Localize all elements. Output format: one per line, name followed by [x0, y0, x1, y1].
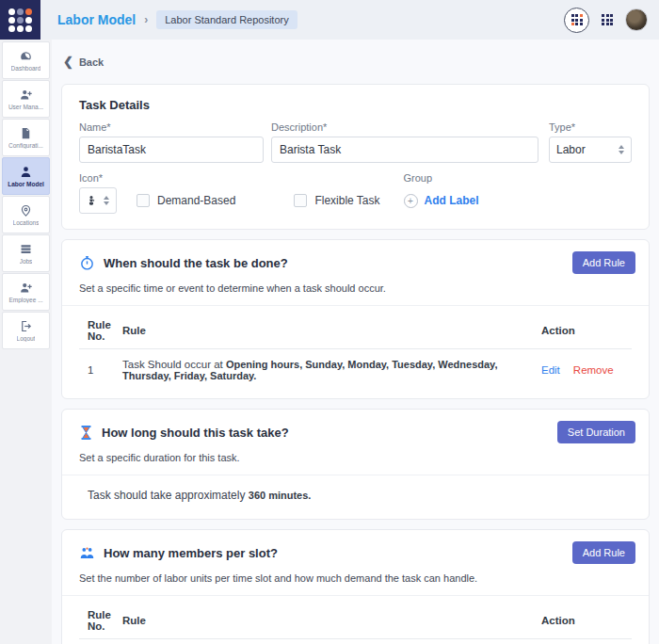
user-avatar[interactable] [625, 8, 648, 31]
type-label: Type* [549, 121, 632, 133]
stepper-icon [104, 196, 109, 205]
sidebar-item-label: Dashboard [11, 65, 41, 72]
user-plus-icon [19, 281, 33, 295]
checkbox-box [137, 194, 150, 207]
sidebar-item-label: Configurati... [8, 142, 43, 149]
icon-label: Icon* [79, 172, 117, 184]
name-input[interactable] [79, 137, 264, 163]
rule-no-cell: 1 [79, 349, 122, 388]
sidebar-item-label: Locations [13, 219, 40, 226]
action-cell: EditRemove [541, 639, 632, 644]
when-section-title: When should the task be done? [104, 256, 288, 270]
sidebar-item-label: Logout [17, 335, 36, 342]
sidebar-item-label: User Mana... [8, 104, 43, 110]
sidebar-item-configuration[interactable]: Configurati... [2, 119, 50, 156]
members-icon [79, 545, 95, 561]
col-header-rule-no: Rule No. [79, 312, 122, 349]
col-header-rule: Rule [122, 312, 541, 349]
group-label: Group [404, 172, 479, 184]
barista-glyph-icon [85, 194, 98, 207]
sidebar-item-user-management[interactable]: User Mana... [2, 80, 50, 118]
chevron-left-icon: ❮ [63, 55, 73, 69]
flexible-task-label: Flexible Task [314, 194, 379, 207]
sidebar-item-label: Jobs [20, 258, 33, 265]
stepper-icon [619, 145, 624, 154]
members-section-subtitle: Set the number of labor units per time s… [62, 564, 649, 595]
description-input[interactable] [271, 137, 538, 163]
table-row: 1 Task Should occur at Opening hours, Su… [79, 349, 632, 388]
sidebar-item-locations[interactable]: Locations [2, 196, 50, 233]
hourglass-icon [79, 425, 93, 441]
members-add-rule-button[interactable]: Add Rule [572, 541, 635, 564]
map-pin-icon [19, 203, 33, 217]
duration-section-subtitle: Set a specific duration for this task. [62, 443, 649, 475]
apps-dots-icon [571, 14, 583, 25]
main-content: ❮ Back Task Details Name* Description* T… [52, 40, 659, 644]
list-icon [19, 242, 33, 256]
sidebar-item-employee[interactable]: Employee ... [2, 273, 50, 311]
members-section-title: How many members per slot? [104, 546, 278, 560]
table-row: 1 Task Requires 2 employees. EditRemove [79, 639, 632, 644]
checkbox-box [294, 194, 307, 207]
chevron-right-icon: › [144, 13, 148, 26]
sidebar-item-label: Labor Model [8, 181, 44, 187]
rule-no-cell: 1 [79, 639, 122, 644]
logout-icon [19, 319, 33, 333]
remove-link[interactable]: Remove [573, 364, 614, 376]
type-select[interactable]: Labor [549, 137, 632, 163]
demand-based-checkbox[interactable]: Demand-Based [137, 194, 235, 207]
add-label-button[interactable]: + Add Label [404, 187, 479, 214]
duration-result-text: Task should take approximately 360 minut… [79, 481, 632, 507]
logo-dots-icon [8, 8, 32, 32]
action-cell: EditRemove [541, 349, 632, 388]
task-details-title: Task Details [79, 98, 632, 112]
gauge-icon [19, 49, 33, 63]
edit-link[interactable]: Edit [541, 364, 560, 376]
sidebar-nav: Dashboard User Mana... Configurati... La… [0, 40, 52, 644]
sidebar-item-dashboard[interactable]: Dashboard [2, 41, 50, 79]
name-label: Name* [79, 121, 264, 133]
col-header-action: Action [541, 602, 632, 639]
breadcrumb: Labor Model › Labor Standard Repository [57, 10, 297, 29]
duration-section-card: How long should this task take? Set Dura… [61, 409, 650, 520]
rule-text-cell: Task Requires 2 employees. [122, 639, 541, 644]
description-label: Description* [271, 121, 538, 133]
type-selected-value: Labor [556, 143, 619, 156]
back-link[interactable]: ❮ Back [63, 55, 650, 69]
breadcrumb-current-badge: Labor Standard Repository [156, 10, 297, 29]
app-switcher-button[interactable] [564, 8, 589, 33]
sidebar-item-labor-model[interactable]: Labor Model [2, 157, 50, 195]
sidebar-item-jobs[interactable]: Jobs [2, 234, 50, 272]
task-details-card: Task Details Name* Description* Type* La… [61, 84, 650, 230]
rule-text-cell: Task Should occur at Opening hours, Sund… [122, 349, 541, 388]
col-header-action: Action [541, 312, 632, 349]
person-icon [19, 165, 33, 179]
icon-select[interactable] [79, 187, 117, 214]
plus-circle-icon: + [404, 194, 418, 208]
add-label-text: Add Label [425, 194, 479, 207]
when-section-card: When should the task be done? Add Rule S… [61, 239, 650, 399]
sidebar-item-logout[interactable]: Logout [2, 312, 50, 349]
app-logo[interactable] [0, 0, 40, 40]
members-section-card: How many members per slot? Add Rule Set … [61, 529, 650, 644]
timer-icon [79, 255, 95, 271]
user-plus-icon [19, 88, 33, 102]
demand-based-label: Demand-Based [157, 194, 235, 207]
sidebar-item-label: Employee ... [8, 297, 42, 303]
document-icon [19, 126, 33, 140]
apps-grid-icon[interactable] [602, 14, 613, 25]
when-rules-table: Rule No. Rule Action 1 Task Should occur… [79, 312, 632, 387]
when-section-subtitle: Set a specific time or event to determin… [62, 274, 649, 305]
breadcrumb-root-link[interactable]: Labor Model [57, 12, 136, 27]
members-rules-table: Rule No. Rule Action 1 Task Requires 2 e… [79, 602, 632, 644]
duration-section-title: How long should this task take? [102, 426, 289, 440]
when-add-rule-button[interactable]: Add Rule [572, 251, 635, 274]
col-header-rule-no: Rule No. [79, 602, 122, 639]
top-header: Labor Model › Labor Standard Repository [0, 0, 659, 40]
back-label: Back [79, 56, 104, 68]
set-duration-button[interactable]: Set Duration [557, 421, 635, 443]
col-header-rule: Rule [122, 602, 541, 639]
flexible-task-checkbox[interactable]: Flexible Task [294, 194, 379, 207]
